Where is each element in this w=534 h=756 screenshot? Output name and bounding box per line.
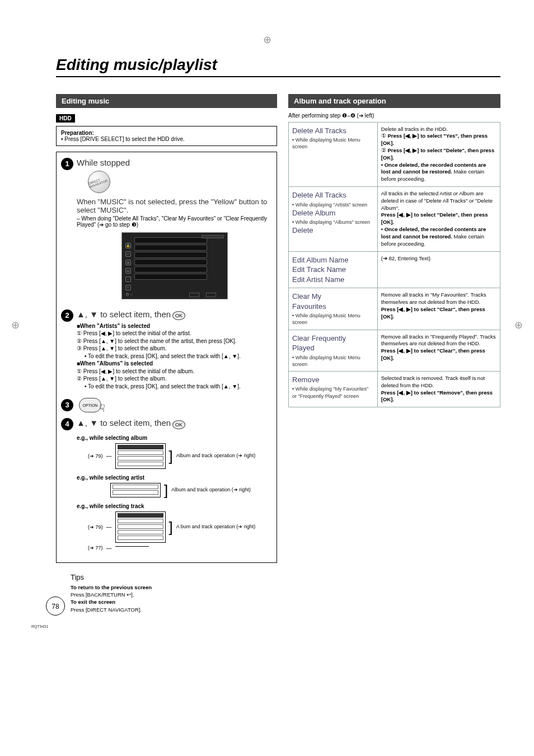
op-name: Delete All Tracks: [292, 126, 374, 136]
op-desc: Selected track is removed. Track itself …: [377, 371, 500, 407]
xref-79-a: (➔ 79): [88, 453, 103, 459]
op-desc: (➔ 82, Entering Text): [377, 251, 500, 288]
albums-step-2: ② Press [▲, ▼] to select the album.: [77, 375, 272, 383]
hand-pointer-icon: ☟: [99, 402, 105, 415]
op-note: While displaying "Artists" screen: [292, 201, 374, 208]
eg-album-title: e.g., while selecting album: [77, 435, 272, 441]
op-name: Delete Album: [292, 208, 374, 218]
op-desc: Remove all tracks in "Frequently Played"…: [377, 330, 500, 371]
op-name: Clear FrequentlyPlayed: [292, 334, 374, 353]
op-name: Remove: [292, 375, 374, 385]
artists-note: • To edit the track, press [OK], and sel…: [85, 353, 272, 360]
tips-return-heading: To return to the previous screen: [71, 584, 277, 591]
music-menu-screenshot: 🔒 ⊘ ▦ ▤ ♪ ✕ ⚙︎ ○: [121, 232, 228, 299]
op-name: Delete All Tracks: [292, 190, 374, 200]
crop-mark-top: ⊕: [263, 34, 271, 46]
eg-artist-title: e.g., while selecting artist: [77, 475, 272, 481]
xref-79-b: (➔ 79): [88, 524, 103, 530]
album-op-label-1: Album and track operation (➔ right): [176, 453, 256, 459]
albums-step-1: ① Press [◀, ▶] to select the initial of …: [77, 368, 272, 375]
tips-title: Tips: [71, 573, 277, 581]
tips-return-body: Press [BACK/RETURN ↩].: [71, 591, 277, 598]
step-4-number: 4: [61, 418, 73, 430]
album-op-label-2: Album and track operation (➔ right): [171, 487, 251, 493]
direct-navigator-icon[interactable]: DIRECT NAVIGATOR: [88, 171, 110, 193]
preparation-box: Preparation: • Press [DRIVE SELECT] to s…: [56, 126, 277, 146]
step-2-number: 2: [61, 309, 73, 322]
after-step-line: After performing step ❶–❹ (➔ left): [288, 112, 500, 119]
step-1-heading: While stopped: [77, 158, 272, 167]
crop-mark-left: ⊕: [11, 319, 20, 331]
op-name: Edit Track Name: [292, 265, 374, 275]
preparation-title: Preparation:: [61, 130, 272, 136]
tips-exit-body: Press [DIRECT NAVIGATOR].: [71, 606, 277, 613]
album-track-op-header: Album and track operation: [288, 94, 500, 108]
op-desc: Delete all tracks in the HDD. ① Press [◀…: [377, 122, 500, 187]
artist-option-mock: [110, 483, 161, 497]
op-name: Edit Artist Name: [292, 275, 374, 285]
artists-step-1: ① Press [◀, ▶] to select the initial of …: [77, 330, 272, 337]
footer-code: RQT9431: [31, 624, 277, 628]
artists-step-3: ③ Press [▲, ▼] to select the album.: [77, 345, 272, 353]
op-desc: Remove all tracks in "My Favourites". Tr…: [377, 288, 500, 330]
procedure-box: 1 While stopped DIRECT NAVIGATOR When "M…: [56, 152, 277, 563]
op-note: While displaying Music Menu screen: [292, 137, 374, 150]
table-row: Delete All Tracks While displaying "Arti…: [289, 187, 500, 252]
track-option-mock: [115, 511, 166, 543]
step-3-number: 3: [61, 399, 73, 411]
table-row: Edit Album Name Edit Track Name Edit Art…: [289, 251, 500, 288]
preparation-text: • Press [DRIVE SELECT] to select the HDD…: [61, 136, 272, 142]
op-note: While displaying "Albums" screen: [292, 219, 374, 226]
albums-selected-heading: ■When "Albums" is selected: [77, 360, 272, 368]
step-1-body1: When "MUSIC" is not selected, press the …: [77, 198, 272, 214]
albums-note: • To edit the track, press [OK], and sel…: [85, 383, 272, 391]
xref-77: (➔ 77): [88, 545, 103, 551]
direct-navigator-label: DIRECT NAVIGATOR: [88, 175, 110, 188]
option-button-icon[interactable]: OPTION: [79, 398, 101, 412]
artists-step-2: ② Press [▲, ▼] to select the name of the…: [77, 337, 272, 345]
operation-table: Delete All Tracks While displaying Music…: [288, 122, 500, 408]
title-underline: [56, 76, 500, 77]
page-number: 78: [46, 597, 65, 616]
op-note: While displaying "My Favourites" or "Fre…: [292, 386, 374, 399]
op-desc: All tracks in the selected Artist or Alb…: [377, 187, 500, 252]
table-row: Clear MyFavourites While displaying Musi…: [289, 288, 500, 330]
table-row: Delete All Tracks While displaying Music…: [289, 122, 500, 187]
step-1-body2: – When doing "Delete All Tracks", "Clear…: [77, 215, 272, 228]
abum-op-label: A bum and track operation (➔ right): [176, 524, 256, 530]
step-1-number: 1: [61, 158, 73, 170]
editing-music-header: Editing music: [56, 94, 277, 108]
step-2-heading: ▲, ▼ to select item, then: [77, 309, 171, 319]
op-name: Edit Album Name: [292, 255, 374, 265]
op-note: While displaying Music Menu screen: [292, 312, 374, 326]
op-name: Clear MyFavourites: [292, 292, 374, 311]
page-title: Editing music/playlist: [56, 56, 500, 74]
ok-button-icon-2[interactable]: OK: [172, 420, 185, 429]
crop-mark-right: ⊕: [514, 319, 523, 331]
table-row: Clear FrequentlyPlayed While displaying …: [289, 330, 500, 371]
table-row: Remove While displaying "My Favourites" …: [289, 371, 500, 407]
op-name: Delete: [292, 226, 374, 236]
op-note: While displaying Music Menu screen: [292, 354, 374, 368]
tips-exit-heading: To exit the screen: [71, 598, 277, 605]
album-option-mock: [115, 443, 166, 469]
step-4-heading: ▲, ▼ to select item, then: [77, 418, 171, 428]
hdd-badge: HDD: [56, 114, 75, 123]
eg-track-title: e.g., while selecting track: [77, 503, 272, 509]
ok-button-icon[interactable]: OK: [172, 311, 185, 320]
artists-selected-heading: ■When "Artists" is selected: [77, 322, 272, 330]
